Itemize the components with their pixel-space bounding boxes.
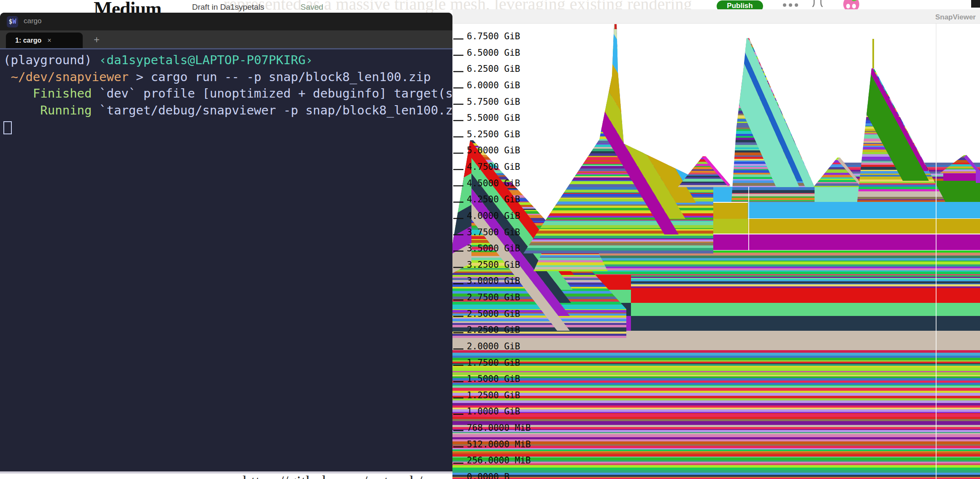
screen-corner-icon xyxy=(971,0,980,8)
axis-tick-label: 3.0000 GiB xyxy=(467,276,520,286)
avatar-eye xyxy=(846,4,850,8)
axis-tick-label: 6.5000 GiB xyxy=(467,48,520,58)
more-options-icon[interactable] xyxy=(783,3,798,7)
axis-tick-label: 1.2500 GiB xyxy=(467,390,520,400)
memory-timeline-chart[interactable] xyxy=(452,23,980,479)
terminal-tab-bar: 1: cargo× + xyxy=(0,30,452,48)
medium-logo[interactable]: Medium xyxy=(94,0,161,13)
axis-tick-label: 256.0000 MiB xyxy=(467,455,531,465)
axis-tick-label: 4.7500 GiB xyxy=(467,162,520,172)
axis-tick-label: 0.0000 B xyxy=(467,472,509,479)
axis-tick-label: 6.2500 GiB xyxy=(467,64,520,74)
axis-tick-label: 5.2500 GiB xyxy=(467,129,520,139)
axis-tick-label: 1.5000 GiB xyxy=(467,374,520,384)
terminal-line: Finished `dev` profile [unoptimized + de… xyxy=(3,85,452,102)
axis-tick-label: 1.7500 GiB xyxy=(467,358,520,368)
axis-tick-label: 6.0000 GiB xyxy=(467,80,520,90)
axis-tick-label: 4.5000 GiB xyxy=(467,178,520,188)
axis-tick-label: 6.7500 GiB xyxy=(467,31,520,41)
terminal-line: (playground) ‹da1sypetals@LAPTOP-P07PKIR… xyxy=(3,52,452,69)
avatar-leaf xyxy=(851,0,859,2)
axis-tick-label: 4.0000 GiB xyxy=(467,211,520,221)
axis-tick-label: 512.0000 MiB xyxy=(467,439,531,449)
terminal-line: Running `target/debug/snapviewer -p snap… xyxy=(3,102,452,119)
axis-tick-label: 3.2500 GiB xyxy=(467,260,520,270)
axis-tick-label: 2.5000 GiB xyxy=(467,309,520,319)
axis-tick-label: 5.5000 GiB xyxy=(467,113,520,123)
terminal-window-title: cargo xyxy=(24,17,42,25)
axis-tick-label: 2.0000 GiB xyxy=(467,341,520,351)
terminal-window: $W cargo 1: cargo× + (playground) ‹da1sy… xyxy=(0,13,452,471)
axis-tick-label: 2.7500 GiB xyxy=(467,292,520,302)
snapviewer-title: SnapViewer xyxy=(935,13,976,22)
axis-tick-label: 3.5000 GiB xyxy=(467,243,520,253)
saved-status-label: Saved xyxy=(300,3,323,12)
terminal-line xyxy=(3,119,452,136)
terminal-app-icon: $W xyxy=(7,16,18,27)
axis-tick-label: 4.2500 GiB xyxy=(467,194,520,204)
axis-tick-label: 5.0000 GiB xyxy=(467,145,520,155)
terminal-tab-cargo[interactable]: 1: cargo× xyxy=(6,33,83,48)
axis-tick-label: 2.2500 GiB xyxy=(467,325,520,335)
terminal-output[interactable]: (playground) ‹da1sypetals@LAPTOP-P07PKIR… xyxy=(0,48,452,471)
terminal-line: ~/dev/snapviewer > cargo run -- -p snap/… xyxy=(3,69,452,86)
axis-tick-label: 5.7500 GiB xyxy=(467,97,520,107)
snapviewer-window: SnapViewer 6.7500 GiB6.5000 GiB6.2500 Gi… xyxy=(452,9,980,479)
terminal-titlebar[interactable]: $W cargo xyxy=(0,13,452,30)
avatar-eye xyxy=(852,4,856,8)
tab-close-icon[interactable]: × xyxy=(47,37,51,44)
snapviewer-titlebar[interactable]: SnapViewer xyxy=(452,9,980,24)
terminal-cursor xyxy=(3,121,12,134)
axis-tick-label: 768.0000 MiB xyxy=(467,423,531,433)
notifications-bell-icon[interactable] xyxy=(811,0,824,9)
article-link-text[interactable]: https://github.com/pytorch/py xyxy=(243,472,439,479)
draft-status-label: Draft in Da1sypetals xyxy=(192,3,264,12)
axis-tick-label: 1.0000 GiB xyxy=(467,406,520,416)
new-tab-button[interactable]: + xyxy=(94,34,100,46)
axis-tick-label: 3.7500 GiB xyxy=(467,227,520,237)
medium-editor-bottom-strip: https://github.com/pytorch/py xyxy=(0,471,452,479)
screenshot-root: { "medium": { "logo": "Medium", "draft_l… xyxy=(0,0,980,479)
